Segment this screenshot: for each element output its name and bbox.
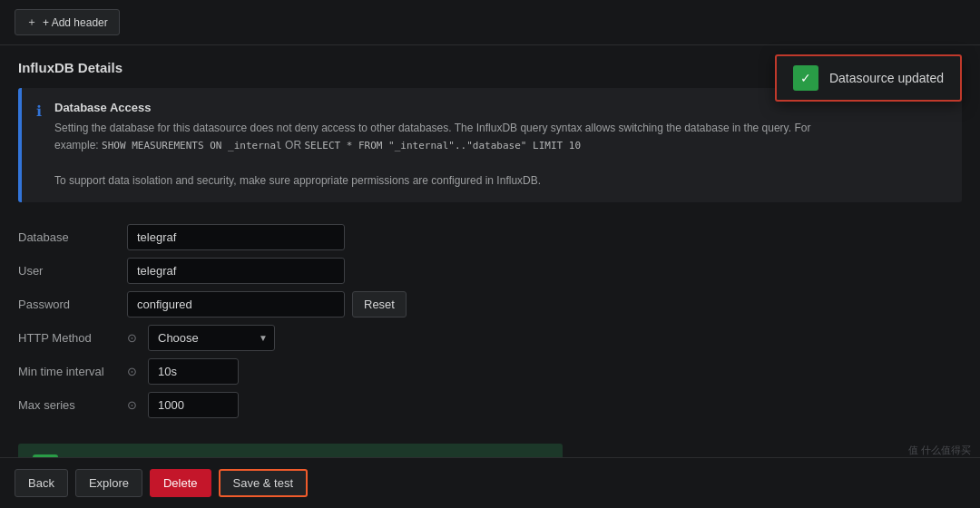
password-field: Reset [127,288,563,321]
back-button[interactable]: Back [15,469,68,497]
max-series-input[interactable] [148,392,239,418]
min-time-label: Min time interval [18,355,127,388]
http-method-label: HTTP Method [18,321,127,355]
user-field [127,254,563,288]
database-input[interactable] [127,224,345,250]
min-time-field: ⊙ [127,355,563,388]
plus-icon: ＋ [26,15,37,30]
add-header-label: + Add header [43,16,108,29]
top-bar: ＋ + Add header [0,0,980,45]
bottom-bar: Back Explore Delete Save & test [0,457,980,508]
info-box: ℹ Database Access Setting the database f… [18,88,962,202]
min-time-input[interactable] [148,358,239,385]
info-box-text: Setting the database for this datasource… [54,120,810,190]
content-area: InfluxDB Details ℹ Database Access Setti… [0,45,980,505]
password-label: Password [18,288,127,321]
explore-button[interactable]: Explore [75,469,142,497]
password-input[interactable] [127,291,345,318]
http-method-field: ⊙ Choose GET POST ▼ [127,321,563,355]
info-icon: ℹ [36,103,42,120]
datasource-updated-text: Datasource updated [829,71,944,85]
database-field [127,220,563,254]
datasource-check-icon: ✓ [793,65,818,91]
min-time-help-icon: ⊙ [127,365,137,378]
http-method-select[interactable]: Choose GET POST [148,325,275,351]
max-series-help-icon: ⊙ [127,398,137,412]
http-method-select-wrapper: Choose GET POST ▼ [148,325,275,351]
user-input[interactable] [127,258,345,284]
watermark: 值 什么值得买 [908,444,971,457]
delete-button[interactable]: Delete [150,469,211,497]
max-series-field: ⊙ [127,388,563,422]
info-box-content: Database Access Setting the database for… [54,101,810,190]
datasource-updated-notification: ✓ Datasource updated [775,54,962,102]
info-box-title: Database Access [54,101,810,114]
save-test-button[interactable]: Save & test [219,469,308,497]
reset-button[interactable]: Reset [352,291,407,318]
max-series-label: Max series [18,388,127,422]
add-header-button[interactable]: ＋ + Add header [15,9,120,35]
info-box-line2: example: SHOW MEASUREMENTS ON _internal … [54,139,581,151]
http-method-help-icon: ⊙ [127,331,137,345]
database-label: Database [18,220,127,254]
user-label: User [18,254,127,288]
form-grid: Database User Password Reset HTTP Method… [18,220,563,422]
